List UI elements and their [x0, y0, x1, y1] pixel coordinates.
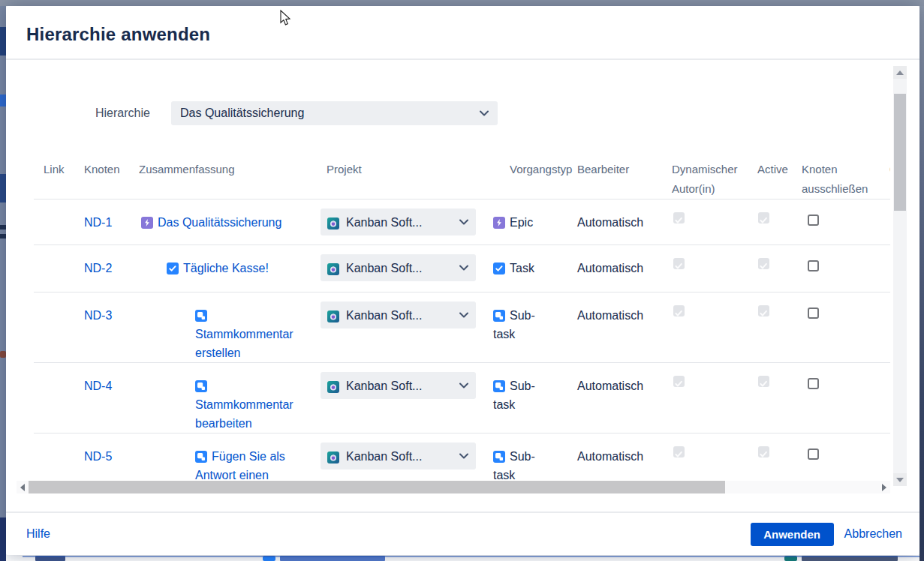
col-header-assignee: Bearbeiter — [574, 154, 668, 199]
hierarchy-select[interactable]: Das Qualitätssicherung — [171, 101, 498, 125]
issue-key-link[interactable]: ND-2 — [84, 262, 112, 274]
epic-icon — [493, 215, 505, 227]
dynamic-author-checkbox — [673, 305, 685, 316]
task-icon — [167, 261, 179, 273]
table-row: ND-1 Das Qualitätssicherung Kanban Soft.… — [34, 200, 890, 245]
summary-link[interactable]: Stammkommentar bearbeiten — [195, 398, 293, 430]
col-header-summary: Zusammenfassung — [135, 154, 319, 199]
horizontal-scrollbar-thumb[interactable] — [29, 481, 725, 494]
cancel-link[interactable]: Abbrechen — [844, 527, 902, 541]
dialog-footer: Hilfe Anwenden Abbrechen — [6, 512, 919, 555]
vertical-scrollbar-thumb[interactable] — [894, 94, 906, 211]
project-select[interactable]: Kanban Soft... — [321, 302, 476, 328]
summary-link[interactable]: Fügen Sie als Antwort einen — [195, 450, 285, 480]
table-row: ND-2 Tägliche Kasse! Kanban Soft... Task… — [34, 245, 890, 292]
vertical-scrollbar[interactable] — [893, 66, 907, 486]
background-page-sliver — [6, 555, 919, 561]
summary-link[interactable]: Das Qualitätssicherung — [158, 216, 281, 229]
horizontal-scrollbar[interactable] — [17, 481, 890, 494]
exclude-node-checkbox[interactable] — [808, 214, 819, 226]
epic-icon — [141, 215, 153, 227]
project-select[interactable]: Kanban Soft... — [321, 208, 476, 236]
assignee-value: Automatisch — [574, 200, 668, 244]
project-select[interactable]: Kanban Soft... — [321, 442, 476, 470]
dialog-header: Hierarchie anwenden — [6, 6, 919, 60]
summary-link[interactable]: Stammkommentar erstellen — [195, 328, 293, 359]
dynamic-author-checkbox — [673, 376, 685, 387]
hierarchy-table: Link Knoten Zusammenfassung Projekt Vorg… — [34, 154, 890, 480]
subtask-icon — [493, 308, 505, 320]
project-select[interactable]: Kanban Soft... — [321, 372, 476, 399]
exclude-node-checkbox[interactable] — [808, 308, 819, 319]
chevron-down-icon — [459, 453, 468, 459]
chevron-down-icon — [459, 265, 468, 271]
project-select[interactable]: Kanban Soft... — [321, 254, 476, 281]
chevron-down-icon — [459, 312, 468, 318]
scroll-left-button[interactable] — [17, 481, 29, 494]
col-header-project: Projekt — [319, 154, 488, 199]
active-checkbox — [758, 258, 769, 269]
col-header-node: Knoten — [79, 154, 135, 199]
dialog-title: Hierarchie anwenden — [26, 24, 210, 45]
scroll-down-button[interactable] — [893, 473, 907, 486]
subtask-icon — [195, 379, 207, 391]
active-checkbox — [758, 212, 769, 224]
help-link[interactable]: Hilfe — [26, 527, 50, 541]
exclude-node-checkbox[interactable] — [808, 378, 819, 389]
active-checkbox — [758, 305, 769, 316]
backdrop-left-strip — [0, 6, 6, 561]
dynamic-author-checkbox — [673, 446, 685, 458]
scroll-up-button[interactable] — [893, 66, 907, 79]
col-header-dynamic-author: Dynamischer Autor(in) — [668, 154, 754, 199]
issue-key-link[interactable]: ND-4 — [84, 380, 112, 392]
scroll-right-button[interactable] — [878, 481, 890, 494]
subtask-icon — [195, 308, 207, 320]
task-icon — [493, 261, 505, 273]
project-avatar-icon — [327, 262, 339, 274]
active-checkbox — [758, 376, 769, 387]
table-row: ND-5 Fügen Sie als Antwort einen Kanban … — [34, 434, 890, 480]
col-header-link: Link — [34, 154, 79, 199]
backdrop-right-strip — [919, 6, 924, 561]
issue-type-label: Task — [510, 262, 534, 274]
assignee-value: Automatisch — [574, 245, 668, 292]
table-row: ND-4 Stammkommentar bearbeiten Kanban So… — [34, 363, 890, 434]
col-header-issue-type: Vorgangstyp — [488, 154, 574, 199]
subtask-icon — [195, 449, 207, 461]
chevron-down-icon — [459, 382, 468, 388]
apply-hierarchy-dialog: Hierarchie anwenden Hierarchie Das Quali… — [6, 6, 919, 555]
issue-key-link[interactable]: ND-5 — [84, 450, 112, 463]
assignee-value: Automatisch — [574, 292, 668, 362]
hierarchy-label: Hierarchie — [95, 106, 150, 120]
project-avatar-icon — [327, 380, 339, 392]
hierarchy-select-value: Das Qualitätssicherung — [180, 106, 474, 120]
summary-link[interactable]: Tägliche Kasse! — [183, 262, 269, 274]
issue-key-link[interactable]: ND-3 — [84, 309, 112, 322]
dynamic-author-checkbox — [673, 212, 685, 224]
table-row: ND-3 Stammkommentar erstellen Kanban Sof… — [34, 292, 890, 363]
active-checkbox — [758, 446, 769, 458]
exclude-node-checkbox[interactable] — [808, 260, 819, 272]
col-header-cutoff: C — [886, 154, 890, 199]
subtask-icon — [493, 449, 505, 461]
assignee-value: Automatisch — [574, 363, 668, 433]
project-avatar-icon — [327, 309, 339, 321]
issue-type-label: Epic — [510, 216, 533, 229]
chevron-down-icon — [480, 110, 489, 116]
backdrop-top-band — [0, 0, 924, 6]
dynamic-author-checkbox — [673, 258, 685, 269]
col-header-active: Active — [754, 154, 798, 199]
project-avatar-icon — [327, 450, 339, 462]
exclude-node-checkbox[interactable] — [808, 448, 819, 460]
project-avatar-icon — [327, 216, 339, 228]
table-header-row: Link Knoten Zusammenfassung Projekt Vorg… — [34, 154, 890, 200]
apply-button[interactable]: Anwenden — [751, 523, 834, 546]
issue-key-link[interactable]: ND-1 — [84, 216, 112, 229]
screen: Hierarchie anwenden Hierarchie Das Quali… — [0, 0, 924, 561]
assignee-value: Automatisch — [574, 434, 668, 480]
subtask-icon — [493, 379, 505, 391]
chevron-down-icon — [459, 219, 468, 225]
col-header-exclude-node: Knoten ausschließen — [798, 154, 886, 199]
